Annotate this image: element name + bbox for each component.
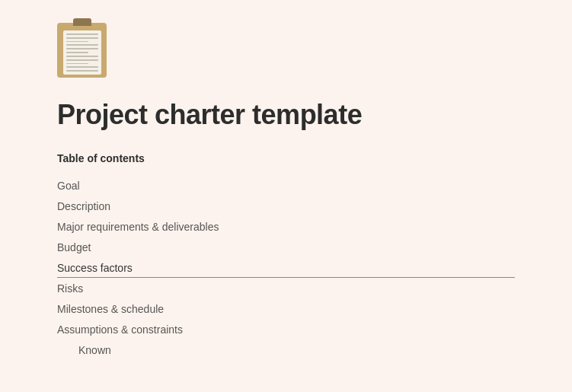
- clipboard-icon: [57, 23, 110, 84]
- toc-item[interactable]: Milestones & schedule: [57, 300, 515, 319]
- clipboard-body: [57, 23, 107, 78]
- paper-line: [66, 33, 98, 35]
- paper-line: [66, 66, 98, 68]
- paper-line: [66, 44, 98, 46]
- paper-line: [66, 63, 88, 65]
- toc-item[interactable]: Assumptions & constraints: [57, 320, 515, 339]
- paper-line: [66, 48, 98, 49]
- toc-heading: Table of contents: [57, 152, 515, 164]
- clipboard-paper: [63, 30, 101, 75]
- toc-list: GoalDescriptionMajor requirements & deli…: [57, 177, 515, 360]
- toc-item[interactable]: Budget: [57, 238, 515, 257]
- toc-container: Table of contents GoalDescriptionMajor r…: [57, 152, 515, 360]
- toc-item[interactable]: Risks: [57, 279, 515, 298]
- clipboard-clip: [73, 18, 91, 26]
- page-container: Project charter template Table of conten…: [0, 0, 572, 383]
- toc-item[interactable]: Success factors: [57, 259, 515, 278]
- toc-item[interactable]: Major requirements & deliverables: [57, 218, 515, 237]
- paper-line: [66, 59, 98, 61]
- toc-item[interactable]: Known: [57, 341, 515, 360]
- paper-line: [66, 37, 98, 39]
- paper-line: [66, 70, 98, 72]
- paper-line: [66, 52, 88, 53]
- page-title: Project charter template: [57, 99, 515, 131]
- toc-item[interactable]: Description: [57, 197, 515, 216]
- paper-line: [66, 41, 88, 43]
- paper-line: [66, 56, 98, 57]
- toc-item[interactable]: Goal: [57, 177, 515, 196]
